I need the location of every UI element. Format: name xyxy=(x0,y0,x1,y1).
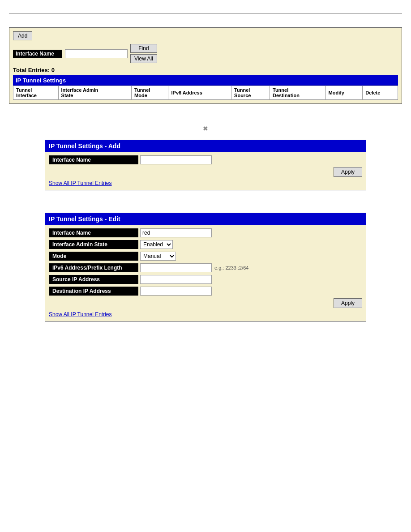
search-input[interactable] xyxy=(65,49,128,58)
edit-panel-title: IP Tunnel Settings - Edit xyxy=(45,213,366,225)
add-apply-row: Apply xyxy=(49,167,362,177)
col-tunnel-interface: TunnelInterface xyxy=(13,86,59,100)
edit-panel-body: Interface Name Interface Admin State Ena… xyxy=(45,225,366,321)
edit-apply-row: Apply xyxy=(49,298,362,308)
add-show-all-link[interactable]: Show All IP Tunnel Entries xyxy=(49,180,112,186)
edit-admin-state-select[interactable]: Enabled Disabled xyxy=(140,240,173,249)
edit-ipv6-hint: e.g.: 2233::2/64 xyxy=(214,265,248,270)
search-label: Interface Name xyxy=(13,50,62,58)
find-button[interactable]: Find xyxy=(130,44,157,53)
edit-ipv6-input[interactable] xyxy=(140,263,212,272)
table-header-row: TunnelInterface Interface AdminState Tun… xyxy=(13,86,398,100)
add-panel-body: Interface Name Apply Show All IP Tunnel … xyxy=(45,152,366,190)
edit-show-all-link[interactable]: Show All IP Tunnel Entries xyxy=(49,311,112,317)
edit-ipv6-label: IPv6 Address/Prefix Length xyxy=(49,263,138,272)
close-icon: ✖ xyxy=(203,125,208,132)
ip-tunnel-table: TunnelInterface Interface AdminState Tun… xyxy=(13,86,398,100)
edit-source-ip-input[interactable] xyxy=(140,275,212,284)
edit-admin-state-label: Interface Admin State xyxy=(49,240,138,249)
edit-interface-name-label: Interface Name xyxy=(49,228,138,237)
add-interface-name-input[interactable] xyxy=(140,155,212,164)
add-panel-title: IP Tunnel Settings - Add xyxy=(45,140,366,152)
edit-mode-label: Mode xyxy=(49,252,138,261)
edit-mode-row: Mode Manual Automatic 6to4 xyxy=(49,252,362,261)
edit-interface-name-row: Interface Name xyxy=(49,228,362,237)
col-delete: Delete xyxy=(363,86,398,100)
col-ipv6-address: IPv6 Address xyxy=(168,86,231,100)
watermark-area: ✖ xyxy=(9,117,402,140)
add-interface-name-row: Interface Name xyxy=(49,155,362,164)
col-tunnel-source: TunnelSource xyxy=(231,86,270,100)
edit-apply-button[interactable]: Apply xyxy=(334,298,362,308)
search-btn-col: Find View All xyxy=(130,44,157,63)
top-divider xyxy=(9,13,402,14)
view-all-button[interactable]: View All xyxy=(130,54,157,63)
edit-dest-ip-input[interactable] xyxy=(140,287,212,296)
add-interface-name-label: Interface Name xyxy=(49,155,138,164)
total-entries: Total Entries: 0 xyxy=(13,67,398,73)
edit-panel-section: IP Tunnel Settings - Edit Interface Name… xyxy=(45,213,366,322)
col-tunnel-destination: TunnelDestination xyxy=(270,86,326,100)
add-button[interactable]: Add xyxy=(13,31,32,40)
page-container: Add Interface Name Find View All Total E… xyxy=(9,9,402,322)
search-row: Interface Name Find View All xyxy=(13,44,398,63)
spacer xyxy=(9,204,402,213)
col-tunnel-mode: TunnelMode xyxy=(132,86,168,100)
col-admin-state: Interface AdminState xyxy=(58,86,132,100)
col-modify: Modify xyxy=(325,86,363,100)
table-title: IP Tunnel Settings xyxy=(13,75,398,86)
edit-interface-name-input[interactable] xyxy=(140,228,212,237)
edit-mode-select[interactable]: Manual Automatic 6to4 xyxy=(140,252,176,261)
edit-ipv6-row: IPv6 Address/Prefix Length e.g.: 2233::2… xyxy=(49,263,362,272)
add-panel-section: IP Tunnel Settings - Add Interface Name … xyxy=(45,140,366,190)
edit-dest-ip-label: Destination IP Address xyxy=(49,287,138,296)
edit-dest-ip-row: Destination IP Address xyxy=(49,287,362,296)
edit-source-ip-row: Source IP Address xyxy=(49,275,362,284)
add-apply-button[interactable]: Apply xyxy=(334,167,362,177)
edit-admin-state-row: Interface Admin State Enabled Disabled xyxy=(49,240,362,249)
edit-source-ip-label: Source IP Address xyxy=(49,275,138,284)
tunnel-settings-section: Add Interface Name Find View All Total E… xyxy=(9,27,402,104)
